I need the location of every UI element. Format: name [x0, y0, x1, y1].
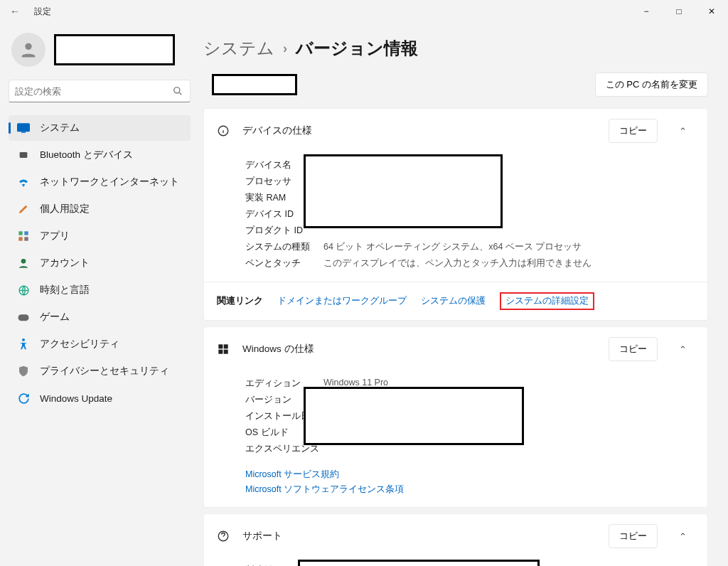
wifi-icon [17, 176, 30, 188]
link-domain[interactable]: ドメインまたはワークグループ [277, 295, 407, 307]
sidebar: システム Bluetooth とデバイス ネットワークとインターネット 個人用設… [0, 23, 199, 566]
breadcrumb: システム › バージョン情報 [203, 37, 708, 60]
search-box[interactable] [9, 80, 191, 102]
svg-rect-4 [20, 152, 28, 158]
device-values-redacted [304, 154, 503, 228]
link-ms-license[interactable]: Microsoft ソフトウェアライセンス条項 [245, 482, 707, 497]
svg-rect-16 [218, 350, 223, 354]
sidebar-item-accounts[interactable]: アカウント [9, 250, 191, 276]
avatar [11, 33, 46, 67]
display-icon [17, 122, 30, 134]
minimize-button[interactable]: − [630, 0, 663, 23]
sidebar-item-time[interactable]: 時刻と言語 [9, 277, 191, 303]
profile-block[interactable] [11, 33, 191, 67]
chevron-up-icon[interactable]: ⌃ [670, 344, 695, 355]
copy-device-button[interactable]: コピー [609, 119, 658, 143]
sidebar-item-gaming[interactable]: ゲーム [9, 304, 191, 330]
globe-icon [17, 284, 30, 297]
maximize-button[interactable]: □ [663, 0, 695, 23]
svg-rect-7 [18, 237, 22, 240]
sidebar-item-apps[interactable]: アプリ [9, 223, 191, 249]
svg-point-9 [21, 259, 26, 264]
svg-rect-15 [224, 344, 228, 348]
svg-rect-3 [21, 132, 26, 133]
brush-icon [17, 203, 30, 215]
update-icon [17, 392, 30, 405]
copy-support-button[interactable]: コピー [609, 524, 658, 548]
window-title: 設定 [34, 6, 51, 18]
game-icon [17, 311, 30, 324]
svg-point-12 [22, 338, 25, 341]
windows-spec-title: Windows の仕様 [242, 343, 596, 356]
copy-windows-button[interactable]: コピー [609, 337, 658, 361]
nav-label: アプリ [40, 230, 70, 242]
nav-label: アクセシビリティ [40, 338, 119, 351]
accounts-icon [17, 257, 30, 269]
chevron-up-icon[interactable]: ⌃ [670, 531, 695, 542]
profile-name-redacted [54, 34, 175, 65]
shield-icon [17, 365, 30, 378]
windows-spec-header[interactable]: Windows の仕様 コピー ⌃ [204, 327, 707, 371]
svg-rect-14 [218, 344, 223, 348]
related-links: 関連リンク ドメインまたはワークグループ システムの保護 システムの詳細設定 [204, 282, 707, 320]
apps-icon [17, 230, 30, 242]
spec-value: このディスプレイでは、ペン入力とタッチ入力は利用できません [323, 257, 695, 269]
svg-rect-6 [24, 231, 28, 235]
spec-label: ペンとタッチ [245, 257, 323, 269]
link-ms-tos[interactable]: Microsoft サービス規約 [245, 467, 707, 482]
accessibility-icon [17, 338, 30, 351]
nav-label: アカウント [40, 257, 90, 269]
support-values-redacted [298, 560, 540, 566]
link-advanced-system[interactable]: システムの詳細設定 [500, 292, 594, 310]
svg-rect-5 [18, 231, 22, 235]
support-header[interactable]: サポート コピー ⌃ [204, 514, 707, 558]
nav-label: Bluetooth とデバイス [40, 149, 133, 161]
sidebar-item-update[interactable]: Windows Update [9, 385, 191, 411]
link-protection[interactable]: システムの保護 [421, 295, 486, 307]
nav-label: ネットワークとインターネット [40, 176, 179, 188]
help-icon [217, 530, 230, 543]
windows-icon [217, 343, 230, 356]
search-icon [171, 85, 184, 97]
page-title: バージョン情報 [296, 37, 418, 60]
bluetooth-icon [17, 149, 30, 161]
main-content: システム › バージョン情報 この PC の名前を変更 デバイスの仕様 コピー … [199, 23, 728, 566]
device-spec-title: デバイスの仕様 [242, 124, 596, 137]
nav-list: システム Bluetooth とデバイス ネットワークとインターネット 個人用設… [9, 115, 191, 411]
breadcrumb-parent[interactable]: システム [203, 37, 274, 60]
sidebar-item-network[interactable]: ネットワークとインターネット [9, 169, 191, 195]
windows-values-redacted [304, 387, 524, 445]
nav-label: 時刻と言語 [40, 284, 90, 297]
info-icon [217, 124, 230, 137]
rename-pc-button[interactable]: この PC の名前を変更 [595, 73, 708, 97]
sidebar-item-bluetooth[interactable]: Bluetooth とデバイス [9, 142, 191, 168]
back-button[interactable]: ← [9, 6, 21, 17]
nav-label: プライバシーとセキュリティ [40, 365, 169, 378]
support-card: サポート コピー ⌃ 製造元 電話 時間 Web サイト [203, 513, 708, 566]
support-title: サポート [242, 530, 596, 543]
nav-label: ゲーム [40, 311, 70, 324]
spec-value: 64 ビット オペレーティング システム、x64 ベース プロセッサ [323, 241, 695, 253]
chevron-up-icon[interactable]: ⌃ [670, 126, 695, 137]
svg-rect-8 [24, 237, 28, 240]
chevron-right-icon: › [283, 41, 287, 56]
pc-name-redacted [212, 74, 297, 95]
svg-point-0 [25, 43, 31, 50]
svg-rect-2 [17, 123, 30, 132]
svg-point-1 [174, 87, 180, 93]
sidebar-item-accessibility[interactable]: アクセシビリティ [9, 331, 191, 357]
search-input[interactable] [15, 86, 171, 97]
sidebar-item-personalization[interactable]: 個人用設定 [9, 196, 191, 222]
svg-rect-11 [18, 314, 29, 321]
related-label: 関連リンク [217, 295, 263, 307]
svg-rect-17 [224, 350, 228, 354]
windows-spec-card: Windows の仕様 コピー ⌃ エディションWindows 11 Pro バ… [203, 326, 708, 508]
close-button[interactable]: ✕ [695, 0, 728, 23]
title-bar: ← 設定 − □ ✕ [0, 0, 728, 23]
sidebar-item-system[interactable]: システム [9, 115, 191, 141]
sidebar-item-privacy[interactable]: プライバシーとセキュリティ [9, 358, 191, 384]
nav-label: 個人用設定 [40, 203, 90, 215]
person-icon [18, 40, 38, 60]
device-spec-header[interactable]: デバイスの仕様 コピー ⌃ [204, 109, 707, 153]
nav-label: Windows Update [40, 393, 112, 404]
